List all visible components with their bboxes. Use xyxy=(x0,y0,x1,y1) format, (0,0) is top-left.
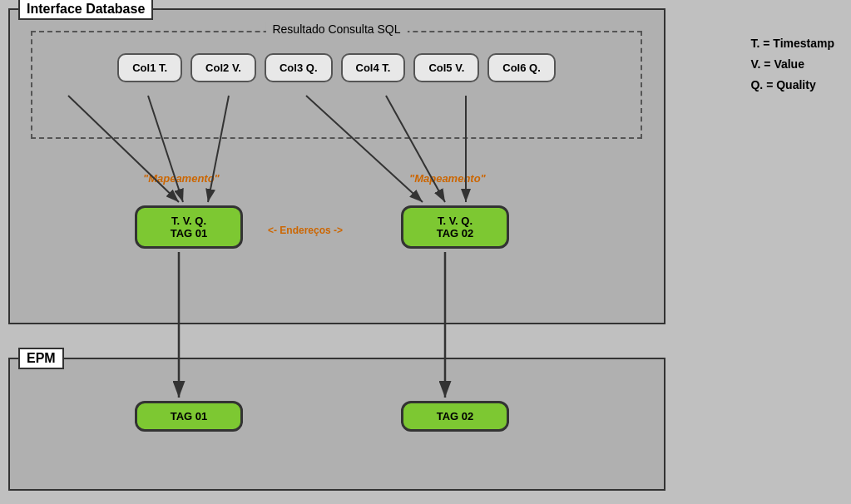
tag01-inner-line2: TAG 01 xyxy=(151,227,227,240)
legend: T. = Timestamp V. = Value Q. = Quality xyxy=(750,33,834,96)
legend-quality: Q. = Quality xyxy=(750,75,834,96)
tag02-inner-line2: TAG 02 xyxy=(417,227,493,240)
sql-result-box: Resultado Consulta SQL Col1 T. Col2 V. C… xyxy=(31,31,642,139)
col-pill-1: Col1 T. xyxy=(117,53,182,82)
mapeamento-label-2: "Mapeamento" xyxy=(409,172,486,185)
legend-timestamp: T. = Timestamp xyxy=(750,33,834,54)
tag01-epm-box: TAG 01 xyxy=(135,401,243,432)
col-pill-5: Col5 V. xyxy=(413,53,479,82)
epm-title: EPM xyxy=(18,348,64,369)
epm-box: EPM TAG 01 TAG 02 xyxy=(8,358,665,491)
tag02-epm-box: TAG 02 xyxy=(401,401,509,432)
interface-db-box: Interface Database Resultado Consulta SQ… xyxy=(8,8,665,324)
tag01-inner-line1: T. V. Q. xyxy=(151,215,227,227)
tag01-inner-box: T. V. Q. TAG 01 xyxy=(135,205,243,249)
col-pill-2: Col2 V. xyxy=(190,53,256,82)
enderecos-label: <- Endereços -> xyxy=(268,225,343,236)
col-pill-6: Col6 Q. xyxy=(487,53,556,82)
tag02-inner-box: T. V. Q. TAG 02 xyxy=(401,205,509,249)
col-pill-3: Col3 Q. xyxy=(265,53,333,82)
col-pill-4: Col4 T. xyxy=(341,53,406,82)
legend-value: V. = Value xyxy=(750,54,834,75)
tag02-inner-line1: T. V. Q. xyxy=(417,215,493,227)
column-pills-container: Col1 T. Col2 V. Col3 Q. Col4 T. Col5 V. … xyxy=(49,53,624,82)
sql-box-title: Resultado Consulta SQL xyxy=(265,22,407,36)
mapeamento-label-1: "Mapeamento" xyxy=(143,172,220,185)
interface-db-title: Interface Database xyxy=(18,0,153,20)
